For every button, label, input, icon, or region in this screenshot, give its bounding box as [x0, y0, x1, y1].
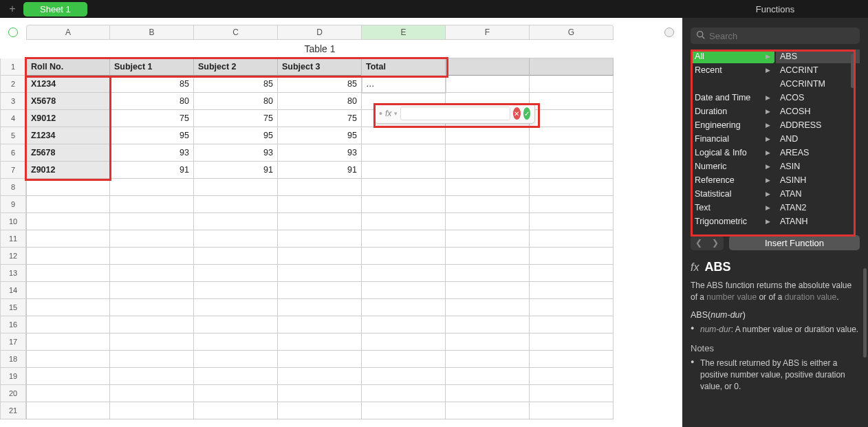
function-item[interactable]: ASIN: [776, 160, 860, 173]
cell[interactable]: [362, 248, 446, 265]
row-header[interactable]: 21: [0, 402, 26, 419]
row-header[interactable]: 19: [0, 368, 26, 385]
cell[interactable]: [110, 196, 194, 213]
cell[interactable]: [362, 368, 446, 385]
cell[interactable]: [194, 196, 278, 213]
row-header[interactable]: 8: [0, 179, 26, 196]
function-item[interactable]: ACCRINT: [776, 63, 860, 77]
cell[interactable]: [362, 265, 446, 282]
cell[interactable]: [362, 230, 446, 248]
cell-rollno[interactable]: X5678: [26, 93, 110, 110]
cell[interactable]: [26, 299, 110, 316]
cell[interactable]: [26, 368, 110, 385]
function-item[interactable]: ASINH: [776, 173, 860, 187]
cell[interactable]: [362, 144, 446, 162]
cell[interactable]: [362, 333, 446, 351]
category-item[interactable]: Logical & Info▶: [691, 146, 774, 160]
function-search[interactable]: [691, 28, 860, 44]
cell[interactable]: [278, 402, 362, 419]
cell[interactable]: [26, 333, 110, 351]
category-item[interactable]: Date and Time▶: [691, 91, 774, 105]
cell[interactable]: [278, 179, 362, 196]
cell[interactable]: [446, 196, 530, 213]
cell[interactable]: 75: [110, 110, 194, 127]
cell[interactable]: [110, 316, 194, 333]
cell-rollno[interactable]: X1234: [26, 76, 110, 93]
cell[interactable]: 93: [194, 144, 278, 162]
formula-input[interactable]: [400, 107, 510, 120]
cell[interactable]: [530, 385, 614, 402]
cell[interactable]: [446, 230, 530, 248]
category-item[interactable]: Financial▶: [691, 132, 774, 146]
cell[interactable]: [278, 282, 362, 299]
function-item[interactable]: ATAN: [776, 187, 860, 201]
cell[interactable]: [194, 179, 278, 196]
cell[interactable]: [278, 265, 362, 282]
cell[interactable]: 80: [278, 93, 362, 110]
row-header[interactable]: 12: [0, 248, 26, 265]
cell[interactable]: [26, 385, 110, 402]
col-header-d[interactable]: D: [278, 25, 362, 40]
category-item[interactable]: Numeric▶: [691, 160, 774, 173]
cell[interactable]: [26, 265, 110, 282]
cell[interactable]: [194, 282, 278, 299]
cell[interactable]: [530, 144, 614, 162]
row-header[interactable]: 11: [0, 230, 26, 248]
cell[interactable]: 85: [278, 76, 362, 93]
cell[interactable]: [110, 265, 194, 282]
cell[interactable]: [194, 299, 278, 316]
cell[interactable]: [110, 402, 194, 419]
cell[interactable]: [278, 213, 362, 230]
cell[interactable]: [446, 333, 530, 351]
cell[interactable]: [110, 248, 194, 265]
cell[interactable]: [530, 282, 614, 299]
cell[interactable]: [194, 213, 278, 230]
cell[interactable]: [362, 162, 446, 179]
category-item[interactable]: Reference▶: [691, 173, 774, 187]
cell[interactable]: [110, 385, 194, 402]
cell-active[interactable]: …: [362, 76, 446, 93]
header-subject3[interactable]: Subject 3: [278, 58, 362, 76]
col-header-a[interactable]: A: [26, 25, 110, 40]
cell[interactable]: [278, 385, 362, 402]
cell[interactable]: [194, 385, 278, 402]
scrollbar[interactable]: [863, 268, 867, 358]
header-subject2[interactable]: Subject 2: [194, 58, 278, 76]
header-rollno[interactable]: Roll No.: [26, 58, 110, 76]
cell[interactable]: [362, 316, 446, 333]
cell[interactable]: [362, 213, 446, 230]
cell[interactable]: [530, 162, 614, 179]
cell[interactable]: [194, 316, 278, 333]
row-header[interactable]: 18: [0, 351, 26, 368]
top-right-handle[interactable]: [656, 25, 682, 40]
row-header[interactable]: 9: [0, 196, 26, 213]
row-header[interactable]: 3: [0, 93, 26, 110]
cell[interactable]: [446, 76, 530, 93]
cell[interactable]: [530, 265, 614, 282]
col-header-g[interactable]: G: [530, 25, 614, 40]
row-header[interactable]: 4: [0, 110, 26, 127]
cell[interactable]: [530, 213, 614, 230]
col-header-c[interactable]: C: [194, 25, 278, 40]
row-header[interactable]: 6: [0, 144, 26, 162]
cell[interactable]: 95: [110, 127, 194, 144]
cell[interactable]: [278, 316, 362, 333]
category-list[interactable]: All▶ Recent▶ Date and Time▶ Duration▶ En…: [691, 50, 774, 228]
function-item[interactable]: ABS: [776, 50, 860, 63]
cell[interactable]: [530, 368, 614, 385]
cell[interactable]: [26, 179, 110, 196]
row-header[interactable]: 17: [0, 333, 26, 351]
header-total[interactable]: Total: [362, 58, 446, 76]
cell[interactable]: [26, 196, 110, 213]
row-header[interactable]: 14: [0, 282, 26, 299]
cell[interactable]: [530, 110, 614, 127]
cell[interactable]: [278, 299, 362, 316]
function-item[interactable]: ACOSH: [776, 105, 860, 118]
cell[interactable]: [530, 316, 614, 333]
cell[interactable]: [530, 402, 614, 419]
cell[interactable]: [110, 213, 194, 230]
nav-back-button[interactable]: ❮: [691, 235, 707, 250]
cell[interactable]: [110, 368, 194, 385]
cell[interactable]: 80: [110, 93, 194, 110]
cell[interactable]: [194, 265, 278, 282]
